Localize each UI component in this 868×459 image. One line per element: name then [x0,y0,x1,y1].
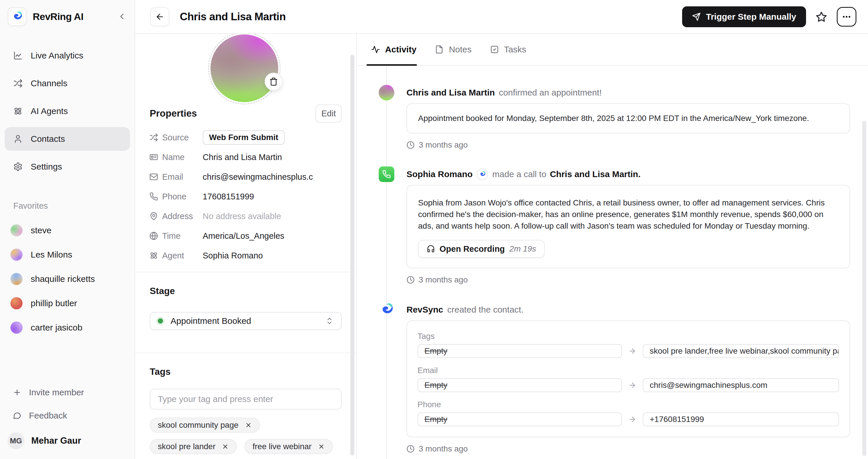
send-icon [692,12,701,21]
stage-status-dot [158,318,163,324]
source-badge: Web Form Submit [203,130,285,145]
property-label: Phone [162,192,203,201]
edit-properties-button[interactable]: Edit [316,104,342,123]
id-card-icon [149,153,158,162]
trigger-step-label: Trigger Step Manually [706,12,796,22]
delete-avatar-button[interactable] [265,73,283,91]
contact-avatar[interactable] [211,34,278,102]
user-avatar: MG [7,432,24,449]
property-row-source: Source Web Form Submit [135,128,356,147]
recording-duration: 2m 19s [509,244,536,254]
sidebar-collapse-button[interactable] [117,12,126,21]
activity-target: Chris and Lisa Martin. [550,169,641,179]
favorite-name: shaquille ricketts [31,274,95,284]
favorite-item-carter-jasicob[interactable]: carter jasicob [0,316,135,340]
change-to-value: chris@sewingmachinesplus.com [643,378,839,392]
tag-list: skool community page skool pre lander fr… [150,418,347,454]
sidebar-item-ai-agents[interactable]: AI Agents [5,99,130,123]
remove-tag-icon[interactable] [222,443,229,450]
activity-timestamp: 3 months ago [406,444,850,454]
avatar [10,322,23,334]
activity-entry-header: Chris and Lisa Martin confirmed an appoi… [406,85,850,100]
contact-panel: Properties Edit Source Web Form Submit N… [135,34,357,459]
tag-label: skool pre lander [158,442,215,451]
change-from-value: Empty [417,378,622,392]
ellipsis-icon [842,12,851,22]
call-icon [379,166,394,182]
spacer [135,330,356,346]
feedback-button[interactable]: Feedback [0,404,135,427]
call-summary-text: Sophia from Jason Wojo's office contacte… [418,197,838,232]
tag-input[interactable] [150,389,342,409]
sidebar-item-channels[interactable]: Channels [5,71,130,95]
sidebar-nav: Live Analytics Channels AI Agents Contac… [0,44,135,178]
current-user-menu[interactable]: MG Mehar Gaur [0,427,135,454]
favorite-item-les-milons[interactable]: Les Milons [0,242,135,267]
sidebar-logo-row: RevRing AI [0,0,135,26]
property-row-time: Time America/Los_Angeles [135,226,356,246]
tab-label: Activity [385,44,416,55]
timestamp-text: 3 months ago [418,444,468,454]
activity-action: made a call to [492,169,546,179]
property-value: Chris and Lisa Martin [203,153,282,162]
property-label: Source [162,133,203,142]
open-recording-label: Open Recording [439,244,505,254]
stage-value: Appointment Booked [170,316,251,326]
trash-icon [269,77,278,86]
change-to-value: +17608151999 [643,413,839,426]
activity-panel: Activity Notes Tasks Chris and Lisa Mart… [357,34,868,459]
shuffle-icon [13,79,23,88]
revsync-logo-icon [379,302,394,318]
favorite-item-shaquille-ricketts[interactable]: shaquille ricketts [0,267,135,291]
remove-tag-icon[interactable] [245,422,252,429]
stage-select[interactable]: Appointment Booked [150,312,342,330]
stage-title: Stage [135,286,356,296]
tag-pill: free live webinar [244,439,333,454]
tab-label: Notes [449,44,471,55]
property-row-email: Email chris@sewingmachinesplus.c [135,167,356,187]
change-from-value: Empty [417,344,622,358]
contact-created-card: Tags Empty skool pre lander,free live we… [406,320,850,437]
property-row-address: Address No address available [135,206,356,226]
back-button[interactable] [150,7,169,26]
trigger-step-button[interactable]: Trigger Step Manually [682,6,806,27]
timestamp-text: 3 months ago [418,140,468,150]
sidebar-item-settings[interactable]: Settings [5,155,130,178]
arrow-right-icon [628,381,637,389]
tag-label: free live webinar [252,442,312,451]
invite-member-button[interactable]: Invite member [0,381,135,404]
property-value: 17608151999 [203,192,254,201]
properties-header: Properties Edit [135,104,356,123]
tab-label: Tasks [504,44,526,55]
header: Chris and Lisa Martin Trigger Step Manua… [135,0,868,34]
favorite-name: steve [31,225,52,235]
more-options-button[interactable] [837,7,857,27]
contact-panel-scrollbar[interactable] [350,55,354,456]
tab-notes[interactable]: Notes [435,34,471,65]
contact-avatar-zone [135,34,356,103]
activity-timestamp: 3 months ago [406,140,850,150]
favorite-item-steve[interactable]: steve [0,218,135,242]
activity-scrollbar[interactable] [862,121,866,456]
sidebar-item-live-analytics[interactable]: Live Analytics [5,44,130,67]
sidebar-item-contacts[interactable]: Contacts [5,127,130,151]
favorite-star-button[interactable] [815,11,828,23]
open-recording-button[interactable]: Open Recording 2m 19s [418,240,545,258]
file-icon [435,45,443,54]
favorite-item-phillip-butler[interactable]: phillip butler [0,291,135,316]
avatar [10,224,23,236]
tag-pill: skool community page [150,418,260,433]
tab-activity[interactable]: Activity [371,34,416,65]
timestamp-text: 3 months ago [418,275,468,285]
section-divider [135,272,356,272]
activity-entry-header: Sophia Romano made a call to Chris and L… [406,166,850,182]
tab-tasks[interactable]: Tasks [490,34,526,65]
gear-icon [13,162,23,171]
property-row-name: Name Chris and Lisa Martin [135,147,356,167]
arrow-left-icon [155,12,164,22]
property-label: Email [162,172,203,182]
activity-actor: Chris and Lisa Martin [406,88,495,98]
activity-timestamp: 3 months ago [406,275,850,285]
invite-member-label: Invite member [29,388,84,397]
remove-tag-icon[interactable] [318,443,325,450]
